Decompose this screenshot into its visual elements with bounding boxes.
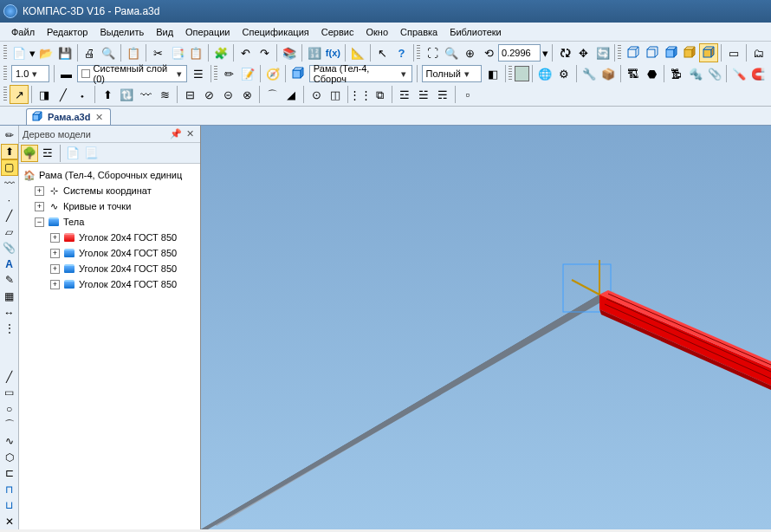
zoom-fit-button[interactable]: ⛶ [423,43,442,62]
menu-service[interactable]: Сервис [315,25,360,39]
sketch-button[interactable]: ✏ [220,64,239,83]
library-button[interactable]: 📚 [280,43,299,62]
tool-axis[interactable]: ╱ [1,208,18,224]
pin-icon[interactable]: 📌 [169,127,183,141]
mode-arrow-button[interactable]: ↗ [10,85,29,104]
mirror-button[interactable]: ⧉ [370,85,389,104]
tool-dimension[interactable]: ↔ [1,304,18,321]
tree-node-body3[interactable]: + Уголок 20x4 ГОСТ 850 [19,261,200,276]
close-icon[interactable]: ✕ [183,127,197,141]
tree-node-coords[interactable]: + ⊹ Системы координат [19,183,200,198]
grip-icon[interactable] [214,66,217,81]
open-button[interactable]: 📂 [37,43,56,62]
doc-tab[interactable]: Рама.a3d ✕ [26,108,111,125]
tool-table[interactable]: ▦ [1,289,18,305]
grip-icon[interactable] [417,45,420,61]
tool-line[interactable]: ╱ [1,368,18,385]
paste-button[interactable]: 📋 [186,43,205,62]
redo-button[interactable]: ↷ [255,43,274,62]
refresh-button[interactable]: 🗘 [555,43,574,62]
zoom-window-button[interactable]: 🔍 [442,43,461,62]
expander-icon[interactable]: + [50,233,60,243]
tool-plane[interactable]: ▱ [1,224,18,240]
tool-arc[interactable]: ⌒ [1,417,18,433]
save-button[interactable]: 💾 [55,43,75,62]
app-button-2[interactable]: ⚙ [554,64,573,83]
check-button[interactable]: 📐 [348,43,367,62]
select-vert-button[interactable]: ⬩ [73,85,92,104]
new-button[interactable]: 📄 [10,43,29,62]
tool-frame2[interactable]: ⊔ [1,497,18,514]
menu-libs[interactable]: Библиотеки [444,25,508,39]
tool-curves[interactable]: 〰 [1,176,18,192]
cube-wire-button[interactable] [624,43,643,62]
fillet-button[interactable]: ⌒ [262,85,282,104]
zoom-dropdown[interactable]: ▾ [541,43,549,62]
tool-text[interactable]: A [1,256,18,273]
cut-extrude-button[interactable]: ⊟ [180,85,199,104]
shading-combo[interactable]: Полный▾ [422,65,482,82]
tree-node-curves[interactable]: + ∿ Кривые и точки [19,198,200,214]
tree-expand-button[interactable]: 📄 [64,145,81,162]
expander-icon[interactable]: + [35,186,44,196]
cube-hidden-button[interactable] [643,43,662,62]
tree-mode2-button[interactable]: ☲ [39,145,56,162]
tool-sketch[interactable]: ✏ [1,127,18,144]
misc1-button[interactable]: ▫ [458,85,477,104]
chamfer-button[interactable]: ◢ [282,85,301,104]
menu-file[interactable]: Файл [5,25,41,39]
props-button[interactable]: 📋 [124,43,143,62]
tool-frame[interactable]: ⊓ [1,481,18,497]
loft-button[interactable]: ≋ [155,85,174,104]
paste-special-button[interactable]: 🧩 [211,43,230,62]
shell-button[interactable]: ◫ [326,85,345,104]
app-button-10[interactable]: 🪛 [729,64,748,83]
expander-icon[interactable]: + [50,264,60,274]
zoom-back-button[interactable]: ⟲ [479,43,498,62]
expander-icon[interactable]: + [50,280,60,289]
hole-button[interactable]: ⊙ [307,85,326,104]
menu-spec[interactable]: Спецификация [236,25,315,39]
grip-icon[interactable] [509,66,512,81]
tool-point[interactable]: · [1,191,18,208]
tool-delete[interactable]: ✕ [1,514,18,530]
sweep-button[interactable]: 〰 [136,85,155,104]
preview-button[interactable]: 🔍 [100,43,119,62]
cube-shaded-edges-button[interactable] [699,43,718,62]
expander-icon[interactable]: − [35,217,44,227]
tree-mode1-button[interactable]: 🌳 [21,145,38,162]
tree-node-body1[interactable]: + Уголок 20x4 ГОСТ 850 [19,230,200,245]
misc-button[interactable]: 🗂 [749,43,768,62]
tool-clip[interactable]: 📎 [1,240,18,256]
app-button-3[interactable]: 🔧 [580,64,599,83]
expander-icon[interactable]: + [35,202,44,211]
grip-icon[interactable] [3,45,7,61]
tree-node-body4[interactable]: + Уголок 20x4 ГОСТ 850 [19,276,200,292]
tool-more[interactable]: ⋮ [1,321,18,337]
app-button-6[interactable]: ⬣ [642,64,661,83]
color-swatch[interactable] [515,66,530,81]
menu-select[interactable]: Выделить [94,25,150,39]
pan-button[interactable]: ✥ [574,43,593,62]
menu-view[interactable]: Вид [150,25,179,39]
tree-root[interactable]: 🏠 Рама (Тел-4, Сборочных единиц [19,167,200,183]
tree-node-body2[interactable]: + Уголок 20x4 ГОСТ 850 [19,245,200,261]
app-button-7[interactable]: 🗜 [667,64,686,83]
copy-button[interactable]: 📑 [168,43,187,62]
tool-circle[interactable]: ○ [1,401,18,418]
undo-button[interactable]: ↶ [236,43,256,62]
rotate-button[interactable]: 🔄 [593,43,612,62]
new-dropdown[interactable]: ▾ [29,43,37,62]
app-button-9[interactable]: 📎 [705,64,724,83]
app-button-8[interactable]: 🔩 [686,64,705,83]
menu-operations[interactable]: Операции [179,25,236,39]
layer-combo[interactable]: Системный слой (0)▾ [77,65,187,82]
tree-collapse-button[interactable]: 📃 [82,145,100,162]
list2-button[interactable]: ☱ [414,85,433,104]
print-button[interactable]: 🖨 [81,43,100,62]
layers-button[interactable]: ☰ [189,64,208,83]
sketch-edit-button[interactable]: 📝 [239,64,258,83]
app-button-4[interactable]: 📦 [599,64,618,83]
tool-polygon[interactable]: ⬡ [1,449,18,465]
help-button[interactable]: ? [392,43,411,62]
